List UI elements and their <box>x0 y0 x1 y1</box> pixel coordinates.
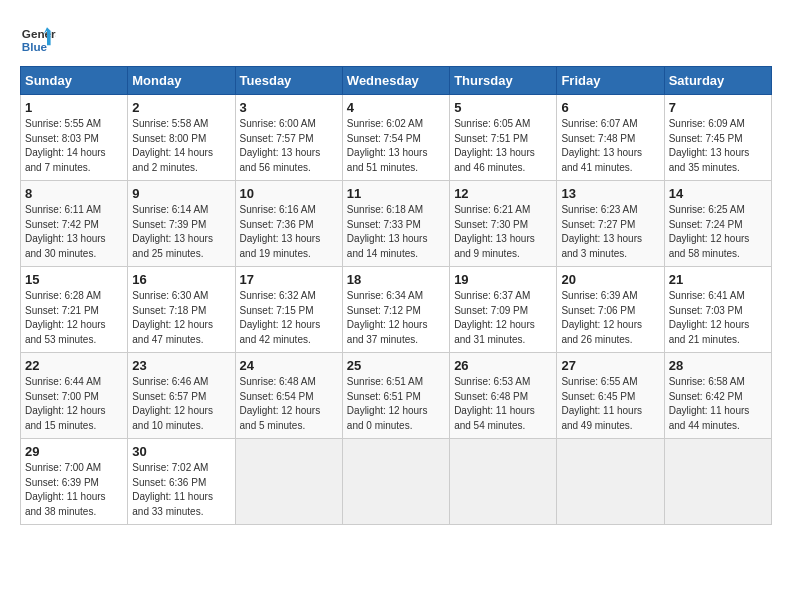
day-number: 24 <box>240 358 338 373</box>
day-number: 20 <box>561 272 659 287</box>
calendar-cell: 5Sunrise: 6:05 AMSunset: 7:51 PMDaylight… <box>450 95 557 181</box>
day-number: 25 <box>347 358 445 373</box>
calendar-cell: 14Sunrise: 6:25 AMSunset: 7:24 PMDayligh… <box>664 181 771 267</box>
day-number: 27 <box>561 358 659 373</box>
calendar-cell: 29Sunrise: 7:00 AMSunset: 6:39 PMDayligh… <box>21 439 128 525</box>
calendar-cell: 19Sunrise: 6:37 AMSunset: 7:09 PMDayligh… <box>450 267 557 353</box>
day-info: Sunrise: 6:02 AMSunset: 7:54 PMDaylight:… <box>347 117 445 175</box>
calendar-cell: 16Sunrise: 6:30 AMSunset: 7:18 PMDayligh… <box>128 267 235 353</box>
day-number: 21 <box>669 272 767 287</box>
calendar-cell: 18Sunrise: 6:34 AMSunset: 7:12 PMDayligh… <box>342 267 449 353</box>
day-number: 13 <box>561 186 659 201</box>
calendar-cell: 23Sunrise: 6:46 AMSunset: 6:57 PMDayligh… <box>128 353 235 439</box>
calendar-week-row: 8Sunrise: 6:11 AMSunset: 7:42 PMDaylight… <box>21 181 772 267</box>
calendar-cell: 27Sunrise: 6:55 AMSunset: 6:45 PMDayligh… <box>557 353 664 439</box>
day-number: 11 <box>347 186 445 201</box>
day-info: Sunrise: 6:34 AMSunset: 7:12 PMDaylight:… <box>347 289 445 347</box>
day-info: Sunrise: 6:51 AMSunset: 6:51 PMDaylight:… <box>347 375 445 433</box>
calendar-cell: 6Sunrise: 6:07 AMSunset: 7:48 PMDaylight… <box>557 95 664 181</box>
day-number: 15 <box>25 272 123 287</box>
day-number: 16 <box>132 272 230 287</box>
day-info: Sunrise: 6:16 AMSunset: 7:36 PMDaylight:… <box>240 203 338 261</box>
day-number: 8 <box>25 186 123 201</box>
day-number: 7 <box>669 100 767 115</box>
svg-text:General: General <box>22 27 56 40</box>
day-number: 12 <box>454 186 552 201</box>
day-number: 6 <box>561 100 659 115</box>
day-info: Sunrise: 6:30 AMSunset: 7:18 PMDaylight:… <box>132 289 230 347</box>
calendar-cell <box>235 439 342 525</box>
calendar-cell: 8Sunrise: 6:11 AMSunset: 7:42 PMDaylight… <box>21 181 128 267</box>
col-header-thursday: Thursday <box>450 67 557 95</box>
day-number: 28 <box>669 358 767 373</box>
day-number: 23 <box>132 358 230 373</box>
calendar-table: SundayMondayTuesdayWednesdayThursdayFrid… <box>20 66 772 525</box>
calendar-cell <box>450 439 557 525</box>
calendar-week-row: 15Sunrise: 6:28 AMSunset: 7:21 PMDayligh… <box>21 267 772 353</box>
page-header: General Blue <box>20 20 772 56</box>
calendar-header-row: SundayMondayTuesdayWednesdayThursdayFrid… <box>21 67 772 95</box>
day-number: 30 <box>132 444 230 459</box>
day-number: 19 <box>454 272 552 287</box>
day-info: Sunrise: 6:14 AMSunset: 7:39 PMDaylight:… <box>132 203 230 261</box>
calendar-cell: 12Sunrise: 6:21 AMSunset: 7:30 PMDayligh… <box>450 181 557 267</box>
day-number: 4 <box>347 100 445 115</box>
day-info: Sunrise: 6:28 AMSunset: 7:21 PMDaylight:… <box>25 289 123 347</box>
day-number: 14 <box>669 186 767 201</box>
day-info: Sunrise: 6:58 AMSunset: 6:42 PMDaylight:… <box>669 375 767 433</box>
day-info: Sunrise: 7:00 AMSunset: 6:39 PMDaylight:… <box>25 461 123 519</box>
calendar-cell: 1Sunrise: 5:55 AMSunset: 8:03 PMDaylight… <box>21 95 128 181</box>
day-info: Sunrise: 6:25 AMSunset: 7:24 PMDaylight:… <box>669 203 767 261</box>
day-info: Sunrise: 6:09 AMSunset: 7:45 PMDaylight:… <box>669 117 767 175</box>
svg-text:Blue: Blue <box>22 40 48 53</box>
day-info: Sunrise: 6:55 AMSunset: 6:45 PMDaylight:… <box>561 375 659 433</box>
calendar-cell <box>664 439 771 525</box>
calendar-week-row: 29Sunrise: 7:00 AMSunset: 6:39 PMDayligh… <box>21 439 772 525</box>
col-header-saturday: Saturday <box>664 67 771 95</box>
day-info: Sunrise: 6:18 AMSunset: 7:33 PMDaylight:… <box>347 203 445 261</box>
col-header-tuesday: Tuesday <box>235 67 342 95</box>
calendar-cell: 24Sunrise: 6:48 AMSunset: 6:54 PMDayligh… <box>235 353 342 439</box>
calendar-cell: 7Sunrise: 6:09 AMSunset: 7:45 PMDaylight… <box>664 95 771 181</box>
day-info: Sunrise: 6:53 AMSunset: 6:48 PMDaylight:… <box>454 375 552 433</box>
calendar-cell: 30Sunrise: 7:02 AMSunset: 6:36 PMDayligh… <box>128 439 235 525</box>
day-number: 9 <box>132 186 230 201</box>
day-number: 3 <box>240 100 338 115</box>
day-number: 17 <box>240 272 338 287</box>
day-number: 26 <box>454 358 552 373</box>
calendar-cell: 21Sunrise: 6:41 AMSunset: 7:03 PMDayligh… <box>664 267 771 353</box>
day-number: 2 <box>132 100 230 115</box>
day-info: Sunrise: 6:23 AMSunset: 7:27 PMDaylight:… <box>561 203 659 261</box>
col-header-monday: Monday <box>128 67 235 95</box>
calendar-cell <box>342 439 449 525</box>
calendar-cell: 10Sunrise: 6:16 AMSunset: 7:36 PMDayligh… <box>235 181 342 267</box>
calendar-cell: 9Sunrise: 6:14 AMSunset: 7:39 PMDaylight… <box>128 181 235 267</box>
day-number: 29 <box>25 444 123 459</box>
calendar-cell: 15Sunrise: 6:28 AMSunset: 7:21 PMDayligh… <box>21 267 128 353</box>
day-info: Sunrise: 6:44 AMSunset: 7:00 PMDaylight:… <box>25 375 123 433</box>
day-number: 5 <box>454 100 552 115</box>
calendar-cell: 17Sunrise: 6:32 AMSunset: 7:15 PMDayligh… <box>235 267 342 353</box>
day-info: Sunrise: 6:21 AMSunset: 7:30 PMDaylight:… <box>454 203 552 261</box>
day-info: Sunrise: 6:05 AMSunset: 7:51 PMDaylight:… <box>454 117 552 175</box>
day-info: Sunrise: 5:55 AMSunset: 8:03 PMDaylight:… <box>25 117 123 175</box>
day-info: Sunrise: 6:11 AMSunset: 7:42 PMDaylight:… <box>25 203 123 261</box>
day-info: Sunrise: 6:48 AMSunset: 6:54 PMDaylight:… <box>240 375 338 433</box>
day-number: 1 <box>25 100 123 115</box>
calendar-cell: 26Sunrise: 6:53 AMSunset: 6:48 PMDayligh… <box>450 353 557 439</box>
day-number: 18 <box>347 272 445 287</box>
col-header-wednesday: Wednesday <box>342 67 449 95</box>
calendar-cell: 2Sunrise: 5:58 AMSunset: 8:00 PMDaylight… <box>128 95 235 181</box>
calendar-cell: 28Sunrise: 6:58 AMSunset: 6:42 PMDayligh… <box>664 353 771 439</box>
calendar-cell: 3Sunrise: 6:00 AMSunset: 7:57 PMDaylight… <box>235 95 342 181</box>
col-header-friday: Friday <box>557 67 664 95</box>
calendar-cell <box>557 439 664 525</box>
col-header-sunday: Sunday <box>21 67 128 95</box>
calendar-cell: 13Sunrise: 6:23 AMSunset: 7:27 PMDayligh… <box>557 181 664 267</box>
day-info: Sunrise: 7:02 AMSunset: 6:36 PMDaylight:… <box>132 461 230 519</box>
calendar-cell: 11Sunrise: 6:18 AMSunset: 7:33 PMDayligh… <box>342 181 449 267</box>
day-info: Sunrise: 6:37 AMSunset: 7:09 PMDaylight:… <box>454 289 552 347</box>
day-info: Sunrise: 6:07 AMSunset: 7:48 PMDaylight:… <box>561 117 659 175</box>
day-info: Sunrise: 6:46 AMSunset: 6:57 PMDaylight:… <box>132 375 230 433</box>
calendar-cell: 25Sunrise: 6:51 AMSunset: 6:51 PMDayligh… <box>342 353 449 439</box>
